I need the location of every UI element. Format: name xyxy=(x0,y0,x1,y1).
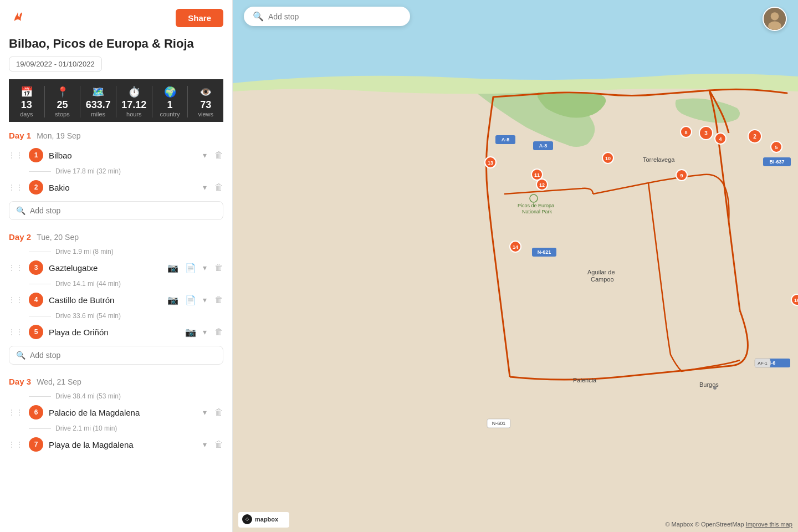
stop-number-6: 6 xyxy=(29,405,43,420)
mapbox-logo: mapbox xyxy=(238,512,289,528)
drive-info-before-6: Drive 38.4 mi (53 min) xyxy=(0,391,232,402)
table-row: ⋮⋮ 6 Palacio de la Magdalena ▾ 🗑 xyxy=(0,402,232,423)
delete-stop-7-button[interactable]: 🗑 xyxy=(211,438,227,451)
svg-point-23 xyxy=(713,386,717,390)
day-1-header: Day 1 Mon, 19 Sep xyxy=(0,122,232,145)
improve-map-link[interactable]: Improve this map xyxy=(746,521,792,528)
user-avatar[interactable] xyxy=(763,7,787,31)
table-row: ⋮⋮ 4 Castillo de Butrón 📷 📄 ▾ 🗑 xyxy=(0,289,232,310)
note-icon-4[interactable]: 📄 xyxy=(183,294,198,306)
map-search-bar[interactable]: 🔍 xyxy=(244,7,410,26)
stop-bakio-button[interactable]: Bakio xyxy=(47,183,197,192)
svg-text:Palencia: Palencia xyxy=(573,377,597,383)
pin-icon: 📍 xyxy=(57,86,69,98)
calendar-icon: 📅 xyxy=(21,86,33,98)
drag-handle[interactable]: ⋮⋮ xyxy=(6,151,25,160)
stat-views-label: views xyxy=(198,111,213,117)
clock-icon: ⏱️ xyxy=(128,86,140,98)
stat-stops-label: stops xyxy=(55,111,69,117)
stop-6-actions: ▾ 🗑 xyxy=(201,406,227,418)
expand-stop-7-button[interactable]: ▾ xyxy=(201,439,209,450)
expand-stop-3-button[interactable]: ▾ xyxy=(201,262,209,273)
day-2-date: Tue, 20 Sep xyxy=(37,233,79,242)
stat-views-value: 73 xyxy=(200,100,211,111)
drag-handle[interactable]: ⋮⋮ xyxy=(6,440,25,449)
expand-stop-6-button[interactable]: ▾ xyxy=(201,407,209,418)
add-stop-day1[interactable]: 🔍 xyxy=(9,201,223,220)
svg-text:Torrelavega: Torrelavega xyxy=(643,156,675,163)
share-button[interactable]: Share xyxy=(176,9,223,27)
day-1-date: Mon, 19 Sep xyxy=(37,131,80,140)
drive-info-1: Drive 17.8 mi (32 min) xyxy=(0,166,232,177)
svg-text:N-601: N-601 xyxy=(492,421,506,426)
stat-hours-value: 17.12 xyxy=(121,100,146,111)
search-icon-small-2: 🔍 xyxy=(16,351,25,360)
eye-icon: 👁️ xyxy=(200,86,212,98)
table-row: ⋮⋮ 5 Playa de Oriñón 📷 ▾ 🗑 xyxy=(0,321,232,342)
svg-text:N-621: N-621 xyxy=(538,249,551,255)
photo-icon-3[interactable]: 📷 xyxy=(165,262,181,274)
drag-handle[interactable]: ⋮⋮ xyxy=(6,408,25,417)
svg-text:2: 2 xyxy=(753,134,756,140)
photo-icon-4[interactable]: 📷 xyxy=(165,294,181,306)
add-stop-input-day1[interactable] xyxy=(30,206,216,215)
stop-palacio-button[interactable]: Palacio de la Magdalena xyxy=(47,408,197,417)
stat-days: 📅 13 days xyxy=(9,86,45,117)
svg-text:National Park: National Park xyxy=(522,209,553,214)
svg-text:16: 16 xyxy=(794,298,798,303)
expand-stop-1-button[interactable]: ▾ xyxy=(201,150,209,161)
stop-number-3: 3 xyxy=(29,260,43,275)
drive-info-before-3: Drive 1.9 mi (8 min) xyxy=(0,246,232,257)
expand-stop-5-button[interactable]: ▾ xyxy=(201,326,209,337)
day-1-section: Day 1 Mon, 19 Sep ⋮⋮ 1 Bilbao ▾ 🗑 Drive … xyxy=(0,122,232,220)
delete-stop-2-button[interactable]: 🗑 xyxy=(211,181,227,193)
search-icon: 🔍 xyxy=(253,11,264,22)
stop-playa-magdalena-button[interactable]: Playa de la Magdalena xyxy=(47,440,197,449)
delete-stop-3-button[interactable]: 🗑 xyxy=(211,262,227,274)
stat-hours: ⏱️ 17.12 hours xyxy=(116,86,152,117)
svg-text:Picos de Europa: Picos de Europa xyxy=(518,203,554,208)
stat-country-label: country xyxy=(160,111,180,117)
stat-days-label: days xyxy=(20,111,33,117)
drag-handle[interactable]: ⋮⋮ xyxy=(6,328,25,336)
table-row: ⋮⋮ 2 Bakio ▾ 🗑 xyxy=(0,177,232,198)
svg-text:AF-1: AF-1 xyxy=(758,361,768,366)
table-row: ⋮⋮ 3 Gaztelugatxe 📷 📄 ▾ 🗑 xyxy=(0,257,232,278)
drag-handle[interactable]: ⋮⋮ xyxy=(6,183,25,192)
add-stop-day2[interactable]: 🔍 xyxy=(9,346,223,365)
svg-text:A-8: A-8 xyxy=(539,143,548,149)
day-1-label: Day 1 xyxy=(9,131,31,140)
itinerary: Day 1 Mon, 19 Sep ⋮⋮ 1 Bilbao ▾ 🗑 Drive … xyxy=(0,122,232,532)
delete-stop-4-button[interactable]: 🗑 xyxy=(211,294,227,306)
map-search-input[interactable] xyxy=(268,12,401,21)
svg-text:13: 13 xyxy=(488,160,493,166)
svg-text:10: 10 xyxy=(605,156,611,161)
stop-bilbao-button[interactable]: Bilbao xyxy=(47,151,197,160)
svg-text:9: 9 xyxy=(680,173,683,178)
expand-stop-2-button[interactable]: ▾ xyxy=(201,182,209,193)
note-icon-3[interactable]: 📄 xyxy=(183,262,198,274)
stop-castillo-button[interactable]: Castillo de Butrón xyxy=(47,295,162,305)
drag-handle[interactable]: ⋮⋮ xyxy=(6,295,25,304)
svg-text:4: 4 xyxy=(719,136,722,142)
map-area: 🔍 xyxy=(233,0,798,532)
delete-stop-6-button[interactable]: 🗑 xyxy=(211,406,227,418)
stop-5-actions: 📷 ▾ 🗑 xyxy=(183,326,227,339)
drag-handle[interactable]: ⋮⋮ xyxy=(6,263,25,272)
delete-stop-1-button[interactable]: 🗑 xyxy=(211,149,227,161)
stat-miles-label: miles xyxy=(91,111,105,117)
svg-text:3: 3 xyxy=(704,130,708,136)
stop-gaztelugatxe-button[interactable]: Gaztelugatxe xyxy=(47,263,162,273)
day-2-label: Day 2 xyxy=(9,232,31,242)
photo-icon-5[interactable]: 📷 xyxy=(183,326,198,339)
svg-text:5: 5 xyxy=(775,145,777,150)
stop-number-1: 1 xyxy=(29,148,43,162)
expand-stop-4-button[interactable]: ▾ xyxy=(201,294,209,305)
stop-orion-button[interactable]: Playa de Oriñón xyxy=(47,328,180,337)
stop-number-5: 5 xyxy=(29,325,43,339)
stat-stops: 📍 25 stops xyxy=(45,86,81,117)
add-stop-input-day2[interactable] xyxy=(30,351,216,360)
delete-stop-5-button[interactable]: 🗑 xyxy=(211,326,227,338)
stop-1-actions: ▾ 🗑 xyxy=(201,149,227,161)
stat-country-value: 1 xyxy=(167,100,173,111)
